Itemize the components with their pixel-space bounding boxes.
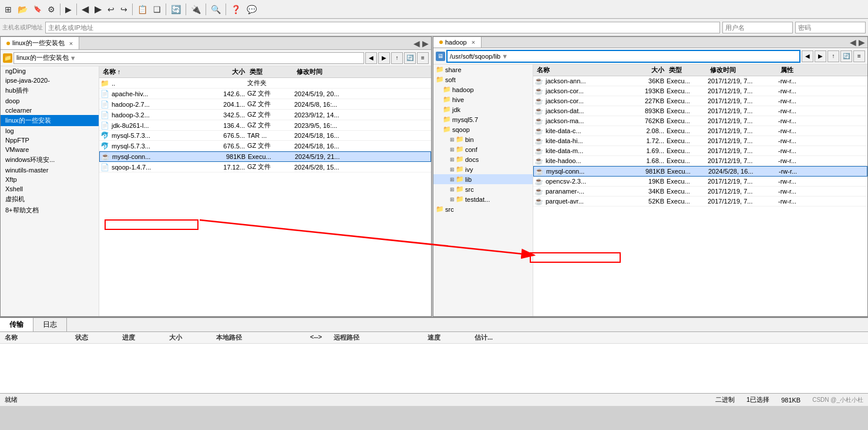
right-sidebar-item[interactable]: ⊞📁docs [433,154,533,164]
right-sidebar-item[interactable]: ⊞📁conf [433,144,533,154]
toolbar-sync[interactable]: 🔄 [169,4,183,15]
right-file-row[interactable]: ☕ jackson-cor... 227KB Execu... 2017/12/… [533,96,867,106]
right-sidebar-item[interactable]: 📁hive [433,94,533,104]
left-sidebar-item[interactable]: VMware [1,145,99,154]
left-sidebar-item[interactable]: ipse-java-2020- [1,76,99,85]
left-sidebar-item[interactable]: ngDing [1,66,99,76]
host-input[interactable] [45,22,720,33]
right-sidebar-item[interactable]: 📁src [433,204,533,214]
left-sidebar-item[interactable]: 8+帮助文档 [1,205,99,216]
left-sidebar-item[interactable]: doop [1,96,99,106]
toolbar-forward[interactable]: ▶ [92,2,104,16]
toolbar-back[interactable]: ◀ [79,2,91,16]
right-refresh[interactable]: 🔄 [840,50,852,62]
right-nav-forward[interactable]: ▶ [815,50,826,62]
right-sidebar-item[interactable]: 📁soft [433,75,533,84]
left-nav-forward[interactable]: ▶ [378,52,390,64]
left-sidebar-item[interactable]: linux的一些安装 [1,115,99,126]
right-file-row[interactable]: ☕ mysql-conn... 981KB Execu... 2024/5/28… [533,166,867,177]
right-view-toggle[interactable]: ≡ [853,50,865,62]
toolbar-undo[interactable]: ↩ [105,4,117,15]
right-col-size-header[interactable]: 大小 [634,65,667,75]
left-file-row[interactable]: 📄 sqoop-1.4.7... 17.12... GZ 文件 2024/5/2… [99,162,431,172]
right-file-row[interactable]: ☕ kite-data-hi... 1.72... Execu... 2017/… [533,136,867,146]
left-file-row[interactable]: 📄 hadoop-3.2... 342.5... GZ 文件 2023/9/12… [99,110,431,120]
left-file-row[interactable]: 📄 apache-hiv... 142.6... GZ 文件 2024/5/19… [99,89,431,99]
left-nav-back[interactable]: ◀ [365,52,377,64]
username-input[interactable] [722,22,793,33]
left-tab-close[interactable]: × [69,40,73,47]
right-nav-up[interactable]: ↑ [827,50,839,62]
left-file-row[interactable]: 📄 hadoop-2.7... 204.1... GZ 文件 2024/5/8,… [99,99,431,110]
left-view-toggle[interactable]: ≡ [417,52,429,64]
left-path-display[interactable]: linux的一些安装包 ▼ [14,52,364,64]
left-file-row[interactable]: ☕ mysql-conn... 981KB Execu... 2024/5/19… [99,151,431,162]
right-col-attr-header[interactable]: 属性 [778,65,813,75]
left-sidebar-item[interactable]: NppFTP [1,136,99,145]
left-tab-active[interactable]: linux的一些安装包 × [1,37,79,49]
right-sidebar-item[interactable]: ⊞📁testdat... [433,194,533,204]
col-size-header[interactable]: 大小 [209,67,247,77]
left-sidebar-item[interactable]: Xftp [1,175,99,184]
right-file-row[interactable]: ☕ jackson-cor... 193KB Execu... 2017/12/… [533,86,867,96]
left-file-row[interactable]: 📁 .. 文件夹 [99,78,431,89]
right-file-row[interactable]: ☕ parquet-avr... 52KB Execu... 2017/12/1… [533,197,867,206]
left-sidebar-item[interactable]: 虚拟机 [1,194,99,205]
left-sidebar-item[interactable]: log [1,126,99,136]
toolbar-copy[interactable]: 📋 [135,4,150,15]
right-col-name-header[interactable]: 名称 [534,65,634,75]
right-file-row[interactable]: ☕ opencsv-2.3... 19KB Execu... 2017/12/1… [533,177,867,187]
col-name-header[interactable]: 名称 ↑ [100,67,209,77]
right-col-type-header[interactable]: 类型 [667,65,708,75]
right-file-row[interactable]: ☕ paranamer-... 34KB Execu... 2017/12/19… [533,187,867,197]
left-nav-up[interactable]: ↑ [391,52,403,64]
right-sidebar-item[interactable]: ⊞📁ivy [433,164,533,174]
left-refresh[interactable]: 🔄 [404,52,416,64]
left-tab-prev[interactable]: ◀ [413,39,420,48]
password-input[interactable] [795,22,866,33]
toolbar-connect[interactable]: 🔌 [189,4,203,15]
toolbar-window[interactable]: ❑ [151,4,163,15]
left-sidebar-item[interactable]: Xshell [1,184,99,194]
right-nav-back[interactable]: ◀ [802,50,813,62]
right-tab-active[interactable]: hadoop × [433,37,482,48]
col-date-header[interactable]: 修改时间 [294,67,371,77]
toolbar-bookmark[interactable]: 🔖 [31,4,44,14]
left-tab-next[interactable]: ▶ [422,39,429,48]
right-file-row[interactable]: ☕ kite-data-c... 2.08... Execu... 2017/1… [533,126,867,136]
right-col-date-header[interactable]: 修改时间 [708,65,778,75]
toolbar-redo[interactable]: ↪ [118,4,130,15]
toolbar-new[interactable]: ⊞ [2,4,14,15]
left-sidebar-item[interactable]: hub插件 [1,85,99,96]
toolbar-help[interactable]: ❓ [228,4,243,15]
right-file-row[interactable]: ☕ kite-data-m... 1.69... Execu... 2017/1… [533,146,867,156]
right-file-row[interactable]: ☕ jackson-dat... 893KB Execu... 2017/12/… [533,106,867,116]
right-sidebar-item[interactable]: 📁hadoop [433,84,533,94]
right-sidebar-item[interactable]: 📁mysql5.7 [433,114,533,124]
left-sidebar-item[interactable]: windows环境安... [1,154,99,165]
right-sidebar-item[interactable]: 📁sqoop [433,124,533,134]
right-file-row[interactable]: ☕ jackson-ma... 762KB Execu... 2017/12/1… [533,116,867,126]
left-file-row[interactable]: 🐬 mysql-5.7.3... 676.5... GZ 文件 2024/5/1… [99,141,431,151]
right-sidebar-item[interactable]: ⊞📁bin [433,134,533,144]
right-tab-next[interactable]: ▶ [859,38,865,47]
toolbar-open[interactable]: 📂 [15,4,30,15]
right-file-row[interactable]: ☕ kite-hadoo... 1.68... Execu... 2017/12… [533,156,867,166]
left-file-row[interactable]: 🐬 mysql-5.7.3... 676.5... TAR ... 2024/5… [99,131,431,141]
left-file-row[interactable]: 📄 jdk-8u261-l... 136.4... GZ 文件 2023/9/5… [99,120,431,131]
right-sidebar-item[interactable]: ⊞📁src [433,184,533,194]
right-file-row[interactable]: ☕ jackson-ann... 36KB Execu... 2017/12/1… [533,76,867,86]
toolbar-settings[interactable]: ⚙ [45,4,58,15]
right-sidebar-item[interactable]: ⊞📁lib [433,174,533,184]
right-tab-prev[interactable]: ◀ [850,38,856,47]
left-sidebar-item[interactable]: winutils-master [1,165,99,175]
right-path-display[interactable]: /usr/soft/sqoop/lib ▼ [446,50,800,63]
toolbar-play[interactable]: ▶ [63,4,74,15]
right-sidebar-item[interactable]: 📁jdk [433,104,533,114]
toolbar-chat[interactable]: 💬 [244,4,259,15]
left-sidebar-item[interactable]: cclearner [1,106,99,115]
right-tab-close[interactable]: × [472,39,475,46]
right-sidebar-item[interactable]: 📁share [433,65,533,75]
transfer-tab-log[interactable]: 日志 [33,318,67,331]
toolbar-search[interactable]: 🔍 [208,4,223,15]
